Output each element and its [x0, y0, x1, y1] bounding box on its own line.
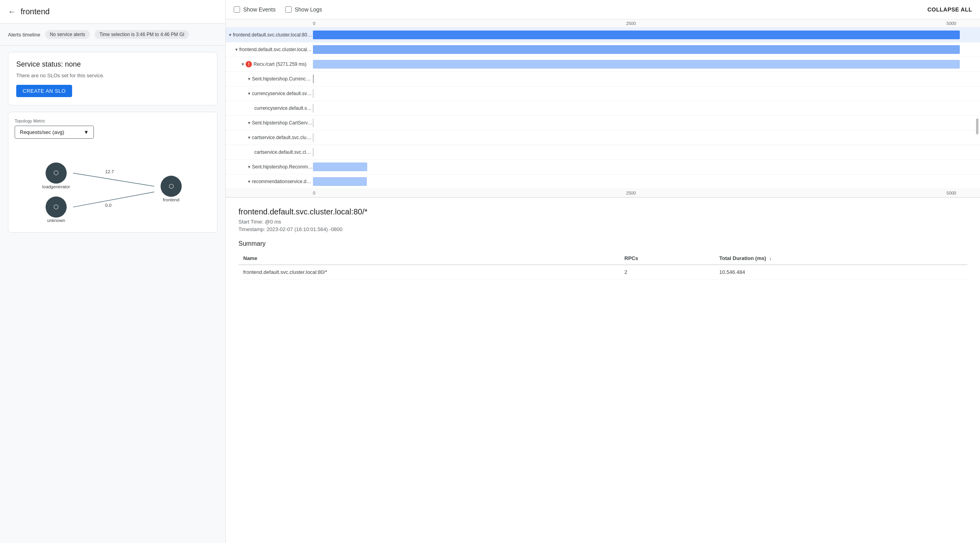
- chevron-icon[interactable]: ▾: [248, 135, 250, 140]
- svg-line-2: [73, 192, 154, 207]
- detail-start-time: Start Time: @0 ms: [238, 219, 967, 225]
- table-cell-duration: 10,546.484: [715, 265, 967, 279]
- axis-bottom-label-0: 0: [313, 191, 315, 195]
- topology-graph: 12.7 0.0 ⬡ loadgenerator ⬡ unknown ⬡ fro…: [15, 147, 211, 226]
- col-rpcs: RPCs: [620, 252, 715, 265]
- bottom-axis: 0 2500 5000: [226, 189, 980, 197]
- trace-bar-area: [313, 116, 980, 130]
- collapse-all-button[interactable]: COLLAPSE ALL: [927, 6, 972, 13]
- service-status-card: Service status: none There are no SLOs s…: [8, 52, 217, 105]
- topology-section: Topology Metric Requests/sec (avg) ▼ 12.…: [8, 112, 217, 233]
- trace-bar-area: [313, 57, 980, 71]
- chevron-icon[interactable]: ▾: [248, 76, 250, 82]
- trace-row-label: frontend.default.svc.cluster.local:80/* …: [233, 32, 313, 38]
- trace-row[interactable]: ▾!Recv./cart (5271.259 ms): [226, 57, 980, 72]
- trace-row-label: frontend.default.svc.cluster.local:80/* …: [239, 47, 313, 52]
- time-chip: Time selection is 3:46 PM to 4:46 PM GI: [95, 30, 189, 39]
- trace-bar: [313, 45, 960, 54]
- sort-icon: ↓: [769, 255, 772, 261]
- svg-text:frontend: frontend: [163, 197, 179, 202]
- axis-label-5000: 5000: [947, 21, 956, 26]
- trace-bar-area: [313, 86, 980, 101]
- svg-text:loadgenerator: loadgenerator: [42, 184, 71, 189]
- trace-bar-area: [313, 145, 980, 159]
- trace-row-label: currencyservice.default.svc.cluster.loca…: [254, 105, 313, 111]
- svg-text:12.7: 12.7: [105, 169, 114, 174]
- trace-bar-area: [313, 42, 980, 57]
- trace-row[interactable]: ▾Sent.hipstershop.CartService.GetCart (4…: [226, 116, 980, 130]
- chevron-icon[interactable]: ▾: [248, 164, 250, 170]
- create-slo-button[interactable]: CREATE AN SLO: [16, 85, 72, 97]
- chevron-icon[interactable]: ▾: [235, 47, 238, 52]
- axis-bottom-label-2500: 2500: [626, 191, 636, 195]
- col-duration: Total Duration (ms) ↓: [715, 252, 967, 265]
- svg-text:⬡: ⬡: [53, 169, 59, 176]
- axis-bottom-label-5000: 5000: [947, 191, 956, 195]
- trace-bar: [313, 177, 367, 186]
- show-logs-checkbox-label[interactable]: Show Logs: [285, 6, 322, 13]
- trace-bar-area: [313, 101, 980, 115]
- trace-row[interactable]: cartservice.default.svc.cluster.local:70…: [226, 145, 980, 160]
- trace-row[interactable]: ▾frontend.default.svc.cluster.local:80/*…: [226, 28, 980, 42]
- axis-label-2500: 2500: [626, 21, 636, 26]
- trace-row[interactable]: ▾Sent.hipstershop.CurrencyService.GetSup…: [226, 72, 980, 86]
- trace-row[interactable]: ▾currencyservice.default.svc.cluster.loc…: [226, 86, 980, 101]
- svg-text:0.0: 0.0: [105, 203, 111, 208]
- top-axis: 0 2500 5000: [226, 19, 980, 28]
- error-icon: !: [246, 61, 252, 67]
- service-status-desc: There are no SLOs set for this service.: [16, 73, 209, 78]
- trace-row[interactable]: currencyservice.default.svc.cluster.loca…: [226, 101, 980, 116]
- trace-bar-area: [313, 174, 980, 189]
- trace-bar: [313, 163, 367, 171]
- trace-row-label: Recv./cart (5271.259 ms): [254, 61, 307, 67]
- trace-row-label: Sent.hipstershop.CartService.GetCart (4.…: [252, 120, 313, 126]
- show-logs-label: Show Logs: [295, 6, 322, 13]
- chevron-icon[interactable]: ▾: [242, 61, 244, 67]
- svg-line-0: [73, 173, 154, 186]
- show-events-checkbox-label[interactable]: Show Events: [234, 6, 276, 13]
- trace-row[interactable]: ▾cartservice.default.svc.cluster.local:7…: [226, 130, 980, 145]
- trace-row[interactable]: ▾frontend.default.svc.cluster.local:80/*…: [226, 42, 980, 57]
- alerts-label: Alerts timeline: [8, 32, 40, 38]
- no-alerts-chip: No service alerts: [45, 30, 90, 39]
- show-events-checkbox[interactable]: [234, 6, 240, 13]
- chevron-icon[interactable]: ▾: [248, 120, 250, 126]
- service-status-title: Service status: none: [16, 60, 209, 69]
- axis-labels-top: 0 2500 5000: [313, 21, 980, 26]
- axis-labels-bottom: 0 2500 5000: [313, 191, 980, 195]
- scrollbar[interactable]: [976, 119, 978, 134]
- chevron-down-icon: ▼: [84, 129, 89, 135]
- trace-bar: [313, 133, 313, 142]
- chevron-icon[interactable]: ▾: [248, 91, 250, 96]
- trace-row[interactable]: ▾Sent.hipstershop.RecommendationService.…: [226, 160, 980, 174]
- topology-metric-select[interactable]: Requests/sec (avg) ▼: [15, 126, 94, 139]
- trace-row-label: Sent.hipstershop.CurrencyService.GetSupp…: [252, 76, 313, 82]
- chevron-icon[interactable]: ▾: [248, 179, 250, 184]
- left-panel: ← frontend Alerts timeline No service al…: [0, 0, 226, 543]
- trace-bar: [313, 75, 314, 83]
- svg-text:unknown: unknown: [47, 218, 65, 223]
- top-bar: ← frontend: [0, 0, 225, 24]
- table-row: frontend.default.svc.cluster.local:80/*2…: [238, 265, 967, 279]
- topology-metric-label: Topology Metric: [15, 119, 211, 123]
- trace-bar-area: [313, 28, 980, 42]
- trace-row-label: currencyservice.default.svc.cluster.loca…: [252, 91, 313, 96]
- trace-bar: [313, 31, 960, 39]
- detail-title: frontend.default.svc.cluster.local:80/*: [238, 207, 967, 216]
- trace-bar: [313, 148, 313, 157]
- trace-chart-area[interactable]: 0 2500 5000 ▾frontend.default.svc.cluste…: [226, 19, 980, 198]
- trace-header: Show Events Show Logs COLLAPSE ALL: [226, 0, 980, 19]
- chevron-icon[interactable]: ▾: [229, 32, 231, 38]
- table-cell-name: frontend.default.svc.cluster.local:80/*: [238, 265, 620, 279]
- show-events-label: Show Events: [243, 6, 276, 13]
- trace-row[interactable]: ▾recommendationservice.default.svc.clust…: [226, 174, 980, 189]
- trace-bar-area: [313, 160, 980, 174]
- trace-row-label: Sent.hipstershop.RecommendationService.L…: [252, 164, 313, 170]
- trace-row-label: recommendationservice.default.svc.cluste…: [252, 179, 313, 184]
- trace-row-label: cartservice.default.svc.cluster.local:70…: [254, 149, 313, 155]
- page-title: frontend: [21, 7, 50, 16]
- back-button[interactable]: ←: [8, 7, 16, 16]
- detail-table: Name RPCs Total Duration (ms) ↓ frontend…: [238, 252, 967, 279]
- trace-bar-area: [313, 130, 980, 145]
- show-logs-checkbox[interactable]: [285, 6, 292, 13]
